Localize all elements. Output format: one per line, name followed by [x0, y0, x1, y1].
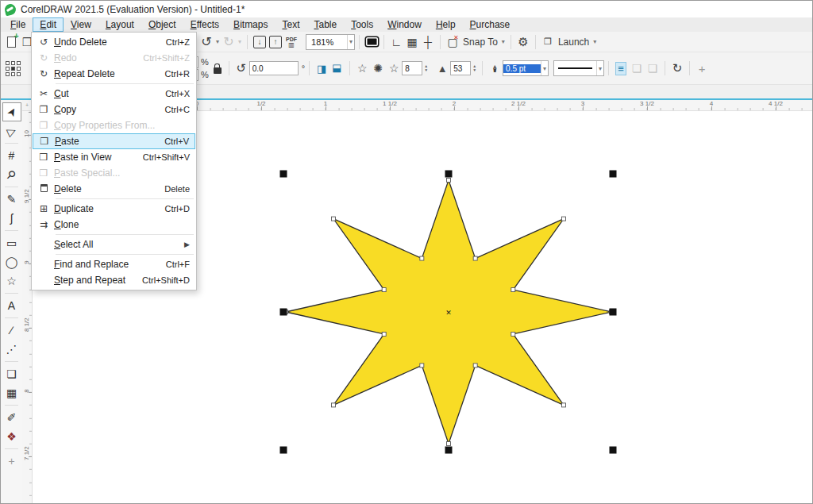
fullscreen-preview-button[interactable]: [364, 33, 380, 51]
menu-item-paste-in-view[interactable]: ❒Paste in ViewCtrl+Shift+V: [32, 149, 196, 165]
snap-to-label[interactable]: Snap To: [460, 37, 500, 48]
line-style-select[interactable]: ▾: [553, 60, 604, 76]
snap-off-button[interactable]: ▢: [445, 33, 460, 51]
menubar-item-table[interactable]: Table: [306, 17, 344, 32]
star-node[interactable]: [473, 364, 477, 367]
object-center-marker[interactable]: ✕: [445, 309, 452, 317]
selection-handle[interactable]: [610, 447, 617, 454]
outline-pen-button[interactable]: ✒: [487, 60, 503, 77]
rotation-angle-field[interactable]: 0.0: [249, 61, 299, 75]
menubar-item-tools[interactable]: Tools: [344, 17, 380, 32]
menu-item-find-and-replace[interactable]: Find and ReplaceCtrl+F: [32, 256, 196, 272]
show-guidelines-button[interactable]: ┼: [420, 33, 436, 51]
import-button[interactable]: ↓: [252, 33, 268, 51]
eyedropper-tool[interactable]: ✐: [2, 408, 21, 427]
star-node[interactable]: [420, 256, 424, 260]
selection-handle[interactable]: [445, 447, 453, 454]
menu-item-copy-properties-from[interactable]: ❐Copy Properties From...: [32, 117, 196, 133]
selection-handle[interactable]: [280, 171, 287, 178]
selection-handle[interactable]: [610, 309, 617, 316]
transparency-tool[interactable]: ▦: [2, 383, 21, 402]
star-node[interactable]: [473, 256, 477, 260]
menubar-item-edit[interactable]: Edit: [33, 17, 64, 32]
mirror-horizontal-button[interactable]: ◨: [314, 60, 329, 77]
export-button[interactable]: ↑: [268, 33, 283, 51]
two-point-line-tool[interactable]: ʃ: [2, 209, 21, 228]
menu-item-duplicate[interactable]: ⊞DuplicateCtrl+D: [32, 201, 196, 217]
star-node[interactable]: [332, 403, 336, 407]
star-node[interactable]: [511, 288, 515, 292]
menubar-item-object[interactable]: Object: [141, 17, 183, 32]
menu-item-step-and-repeat[interactable]: Step and RepeatCtrl+Shift+D: [32, 272, 196, 288]
menubar-item-help[interactable]: Help: [429, 17, 463, 32]
to-back-button[interactable]: ❏: [645, 60, 661, 77]
lock-ratio-icon[interactable]: [214, 67, 222, 74]
new-document-button[interactable]: [3, 33, 19, 51]
selection-handle[interactable]: [280, 309, 287, 316]
symmetry-button[interactable]: ↻: [669, 60, 685, 77]
star-node[interactable]: [382, 288, 386, 292]
publish-to-pdf-button[interactable]: PDF▥: [283, 33, 299, 51]
options-button[interactable]: ⚙: [515, 33, 531, 51]
star-node[interactable]: [447, 179, 451, 183]
drop-shadow-tool[interactable]: ❏: [2, 364, 21, 383]
spinner-arrows[interactable]: ▲▼: [471, 61, 478, 75]
star-node[interactable]: [382, 332, 386, 336]
ellipse-tool[interactable]: ◯: [2, 252, 21, 271]
menu-item-select-all[interactable]: Select All▶: [32, 237, 196, 252]
to-front-button[interactable]: ❏: [629, 60, 645, 77]
star-points-spinner[interactable]: 8 ▲▼: [402, 61, 430, 75]
menubar-item-text[interactable]: Text: [275, 17, 306, 32]
selection-handle[interactable]: [280, 447, 287, 454]
menubar-item-layout[interactable]: Layout: [98, 17, 141, 32]
star-node[interactable]: [561, 403, 565, 407]
launch-label[interactable]: Launch: [556, 37, 591, 48]
menubar-item-bitmaps[interactable]: Bitmaps: [226, 17, 275, 32]
selection-handle[interactable]: [610, 171, 617, 178]
text-tool[interactable]: A: [2, 296, 21, 315]
add-tools-button[interactable]: +: [2, 452, 21, 471]
connector-tool[interactable]: ⋰: [2, 340, 21, 359]
show-grid-button[interactable]: ▦: [404, 33, 420, 51]
redo-button[interactable]: ↻: [221, 33, 237, 51]
undo-dropdown[interactable]: ▾: [214, 38, 221, 45]
redo-dropdown[interactable]: ▾: [237, 38, 243, 45]
customize-plus-button[interactable]: +: [694, 60, 710, 77]
freehand-tool[interactable]: ✎: [2, 190, 21, 209]
menu-item-undo-delete[interactable]: ↺Undo DeleteCtrl+Z: [32, 34, 196, 50]
menubar-item-window[interactable]: Window: [380, 17, 429, 32]
complex-star-button[interactable]: ✺: [370, 60, 386, 77]
dimension-tool[interactable]: ∕: [2, 321, 21, 340]
outline-width-select[interactable]: 0.5 pt ▾: [503, 60, 549, 76]
polygon-star-tool[interactable]: ☆: [2, 271, 21, 290]
sharpness-spinner[interactable]: 53 ▲▼: [450, 61, 478, 75]
menu-item-paste-special[interactable]: ❒Paste Special...: [32, 165, 196, 181]
menu-item-redo[interactable]: ↻RedoCtrl+Shift+Z: [32, 50, 196, 66]
pick-tool[interactable]: ➤: [2, 102, 21, 121]
star-node[interactable]: [420, 364, 424, 367]
menu-item-paste[interactable]: ❒PasteCtrl+V: [33, 133, 195, 149]
star-button[interactable]: ☆: [354, 60, 370, 77]
menubar-item-file[interactable]: File: [3, 17, 33, 32]
menubar-item-purchase[interactable]: Purchase: [463, 17, 518, 32]
menu-item-delete[interactable]: DeleteDelete: [32, 181, 196, 197]
undo-button[interactable]: ↺: [198, 33, 214, 51]
snap-to-dropdown[interactable]: ▾: [500, 38, 507, 45]
selection-handle[interactable]: [445, 171, 453, 178]
rectangle-tool[interactable]: ▭: [2, 233, 21, 252]
star-node[interactable]: [511, 332, 515, 336]
crop-tool[interactable]: #: [2, 146, 21, 165]
menu-item-cut[interactable]: ✂CutCtrl+X: [32, 86, 196, 102]
wrap-text-button[interactable]: ≡: [613, 60, 629, 77]
star-node[interactable]: [561, 217, 565, 221]
interactive-fill-tool[interactable]: ❖: [2, 427, 21, 446]
menu-item-copy[interactable]: ❐CopyCtrl+C: [32, 102, 196, 117]
star-node[interactable]: [332, 217, 336, 221]
menu-item-clone[interactable]: ⇉Clone: [32, 217, 196, 233]
star-node[interactable]: [447, 442, 451, 446]
launch-button[interactable]: ❐: [540, 33, 556, 51]
shape-tool[interactable]: ▷: [2, 121, 21, 140]
menubar-item-effects[interactable]: Effects: [183, 17, 226, 32]
mirror-vertical-button[interactable]: ◨: [329, 60, 345, 77]
zoom-level-select[interactable]: 181% ▾: [306, 34, 355, 50]
